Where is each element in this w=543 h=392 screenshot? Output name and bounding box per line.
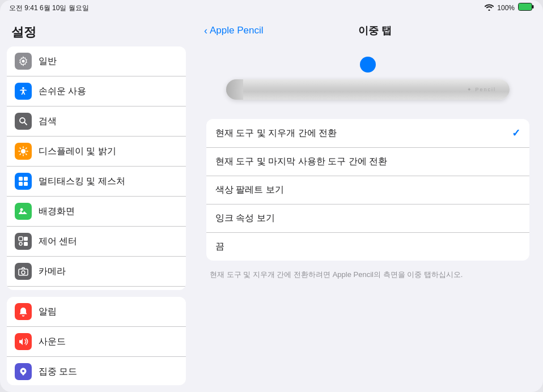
pencil-brand-label: ✦ Pencil (467, 86, 498, 93)
general-icon (15, 53, 32, 70)
right-body: ✦ Pencil 현재 도구 및 지우개 간에 전환 ✓ 현재 도구 및 마지막… (193, 45, 543, 392)
sidebar-item-display[interactable]: 디스플레이 및 밝기 (7, 137, 186, 167)
option-item-5[interactable]: 끔 (206, 233, 529, 261)
option-item-3[interactable]: 색상 팔레트 보기 (206, 176, 529, 204)
sidebar-item-notifications[interactable]: 알림 (7, 297, 186, 327)
option-3-label: 색상 팔레트 보기 (215, 184, 284, 196)
battery-icon (518, 3, 534, 13)
svg-rect-2 (532, 5, 534, 8)
svg-line-6 (24, 122, 27, 125)
focus-icon (15, 363, 32, 380)
accessibility-label: 손쉬운 사용 (39, 86, 86, 97)
sidebar-group-secondary: 알림 사운드 집중 모 (7, 297, 186, 385)
svg-line-12 (20, 148, 20, 148)
sidebar-item-focus[interactable]: 집중 모드 (7, 357, 186, 385)
display-label: 디스플레이 및 밝기 (39, 146, 116, 157)
option-item-4[interactable]: 잉크 속성 보기 (206, 204, 529, 233)
svg-rect-19 (24, 182, 28, 186)
svg-line-15 (26, 148, 27, 148)
pencil-illustration: ✦ Pencil (206, 51, 529, 105)
wallpaper-icon (15, 203, 32, 220)
sidebar-item-homescreen[interactable]: 홈 화면 및 앱 보관함 (7, 287, 186, 290)
notifications-icon (15, 303, 32, 320)
sidebar-title: 설정 (0, 16, 193, 46)
accessibility-icon (15, 83, 32, 100)
status-time: 오전 9:41 6월 10일 월요일 (9, 3, 89, 13)
back-chevron-icon: ‹ (204, 25, 207, 37)
multitask-label: 멀티태스킹 및 제스처 (39, 176, 125, 188)
svg-line-13 (26, 154, 27, 155)
camera-label: 카메라 (39, 266, 66, 278)
sounds-icon (15, 333, 32, 350)
camera-icon (15, 263, 32, 280)
svg-rect-17 (24, 177, 28, 181)
right-header: ‹ Apple Pencil 이중 탭 (193, 16, 543, 45)
svg-point-7 (21, 149, 26, 154)
options-group: 현재 도구 및 지우개 간에 전환 ✓ 현재 도구 및 마지막 사용한 도구 간… (206, 119, 529, 261)
right-panel: ‹ Apple Pencil 이중 탭 ✦ Pencil (193, 16, 543, 392)
option-item-2[interactable]: 현재 도구 및 마지막 사용한 도구 간에 전환 (206, 148, 529, 176)
option-item-1[interactable]: 현재 도구 및 지우개 간에 전환 ✓ (206, 119, 529, 148)
main-container: 설정 일반 손쉬운 사용 (0, 16, 543, 392)
control-label: 제어 센터 (39, 236, 77, 248)
display-icon (15, 143, 32, 160)
sidebar-item-accessibility[interactable]: 손쉬운 사용 (7, 76, 186, 106)
svg-line-14 (20, 154, 20, 155)
multitask-icon (15, 173, 32, 190)
sounds-label: 사운드 (39, 336, 66, 348)
control-icon (15, 233, 32, 250)
status-bar: 오전 9:41 6월 10일 월요일 100% (0, 0, 543, 16)
svg-rect-24 (24, 242, 28, 246)
option-1-label: 현재 도구 및 지우개 간에 전환 (215, 127, 337, 139)
sidebar-item-search[interactable]: 검색 (7, 106, 186, 137)
search-label: 검색 (39, 116, 57, 127)
svg-rect-22 (24, 237, 28, 241)
sidebar-item-sounds[interactable]: 사운드 (7, 327, 186, 357)
option-4-label: 잉크 속성 보기 (215, 212, 275, 224)
search-icon (15, 113, 32, 130)
svg-point-26 (22, 271, 25, 274)
svg-rect-21 (19, 237, 23, 241)
detail-title: 이중 탭 (264, 24, 486, 37)
back-label: Apple Pencil (210, 25, 264, 36)
notifications-label: 알림 (39, 306, 57, 318)
svg-point-23 (19, 242, 22, 245)
status-right: 100% (485, 3, 534, 13)
svg-rect-1 (519, 3, 532, 10)
focus-label: 집중 모드 (39, 366, 77, 378)
svg-point-3 (22, 60, 25, 63)
wallpaper-label: 배경화면 (39, 206, 75, 218)
option-5-label: 끔 (215, 241, 224, 253)
option-2-label: 현재 도구 및 마지막 사용한 도구 간에 전환 (215, 156, 387, 168)
sidebar: 설정 일반 손쉬운 사용 (0, 16, 193, 392)
pencil-dot (360, 57, 376, 73)
svg-text:✦ Pencil: ✦ Pencil (467, 87, 496, 92)
svg-point-20 (20, 208, 23, 211)
sidebar-item-multitask[interactable]: 멀티태스킹 및 제스처 (7, 167, 186, 197)
sidebar-group-main: 일반 손쉬운 사용 검색 (7, 46, 186, 290)
svg-rect-16 (19, 177, 23, 181)
sidebar-item-camera[interactable]: 카메라 (7, 257, 186, 287)
hint-text: 현재 도구 및 지우개 간에 전환하려면 Apple Pencil의 측면을 이… (206, 269, 529, 281)
checkmark-icon: ✓ (512, 127, 520, 139)
battery-text: 100% (497, 4, 515, 12)
back-button[interactable]: ‹ Apple Pencil (204, 25, 264, 37)
svg-point-35 (22, 370, 24, 372)
sidebar-item-wallpaper[interactable]: 배경화면 (7, 197, 186, 227)
general-label: 일반 (39, 56, 57, 67)
sidebar-item-control[interactable]: 제어 센터 (7, 227, 186, 257)
sidebar-item-general[interactable]: 일반 (7, 46, 186, 76)
svg-rect-18 (19, 182, 23, 186)
wifi-icon (485, 4, 494, 12)
pencil-tip (226, 79, 243, 100)
pencil-body: ✦ Pencil (226, 79, 510, 100)
svg-point-4 (22, 87, 24, 90)
